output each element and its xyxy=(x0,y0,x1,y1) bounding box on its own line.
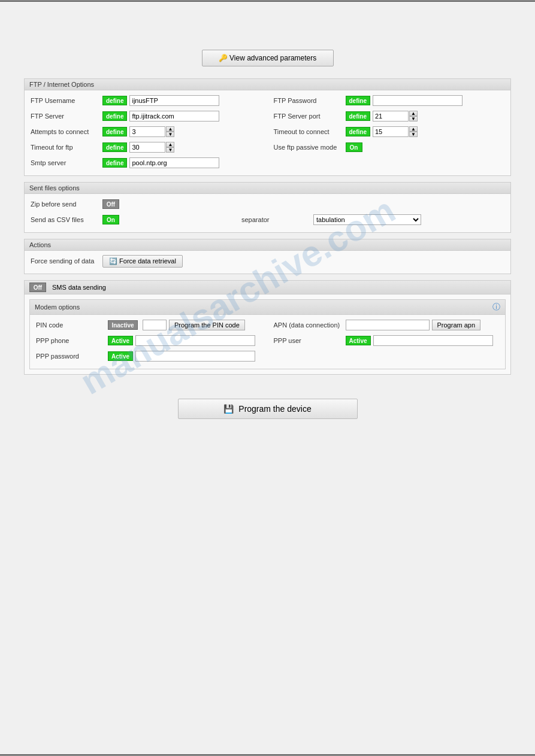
ftp-port-arrows: ▲ ▼ xyxy=(409,111,418,122)
page-content: 🔑 View advanced parameters FTP / Interne… xyxy=(0,2,535,455)
passive-mode-toggle[interactable]: On xyxy=(346,142,362,152)
csv-toggle[interactable]: On xyxy=(102,215,119,224)
timeout-ftp-input[interactable] xyxy=(129,142,165,153)
sent-files-body: Zip before send Off Send as CSV files On… xyxy=(25,194,510,232)
ftp-port-input[interactable] xyxy=(373,111,409,122)
ftp-port-down-arrow[interactable]: ▼ xyxy=(409,116,418,122)
timeout-connect-row: Timeout to connect define ▲ ▼ xyxy=(274,125,505,138)
program-device-label: Program the device xyxy=(238,404,311,414)
ftp-server-input[interactable] xyxy=(129,111,219,122)
ppp-password-row: PPP password Active xyxy=(36,350,262,363)
force-data-btn[interactable]: 🔄 Force data retrieval xyxy=(102,255,183,268)
ftp-password-row: FTP Password define xyxy=(274,94,505,107)
ppp-password-label: PPP password xyxy=(36,353,108,360)
ftp-password-input[interactable] xyxy=(373,95,463,106)
view-advanced-button[interactable]: 🔑 View advanced parameters xyxy=(202,50,334,66)
attempts-up-arrow[interactable]: ▲ xyxy=(166,126,174,132)
attempts-row: Attempts to connect define ▲ ▼ xyxy=(31,125,262,138)
apn-input[interactable] xyxy=(346,320,430,330)
smtp-define-btn[interactable]: define xyxy=(102,158,127,168)
pin-inactive-btn[interactable]: Inactive xyxy=(108,320,138,330)
attempts-define-btn[interactable]: define xyxy=(102,127,127,136)
program-apn-btn[interactable]: Program apn xyxy=(432,320,481,330)
timeout-ftp-down-arrow[interactable]: ▼ xyxy=(166,147,174,153)
ppp-password-input[interactable] xyxy=(135,351,255,362)
ppp-phone-active-btn[interactable]: Active xyxy=(108,336,133,345)
timeout-connect-spinner: ▲ ▼ xyxy=(373,126,418,137)
timeout-ftp-spinner: ▲ ▼ xyxy=(129,142,174,153)
ftp-username-row: FTP Username define xyxy=(31,94,262,107)
zip-toggle[interactable]: Off xyxy=(102,199,119,209)
sms-header-label: SMS data sending xyxy=(52,284,106,291)
ftp-col-left: FTP Username define FTP Server define At… xyxy=(31,94,262,172)
smtp-row: Smtp server define xyxy=(31,156,262,169)
ftp-section-header: FTP / Internet Options xyxy=(25,79,510,90)
ppp-password-active-btn[interactable]: Active xyxy=(108,351,133,361)
ftp-password-define-btn[interactable]: define xyxy=(346,96,370,105)
ppp-user-input[interactable] xyxy=(373,335,493,346)
modem-body: PIN code Inactive Program the PIN code P… xyxy=(30,315,505,369)
force-data-row: Force sending of data 🔄 Force data retri… xyxy=(31,254,504,268)
ftp-username-define-btn[interactable]: define xyxy=(102,96,127,105)
ftp-port-define-btn[interactable]: define xyxy=(346,111,370,121)
ftp-port-up-arrow[interactable]: ▲ xyxy=(409,111,418,116)
ftp-username-label: FTP Username xyxy=(31,97,102,104)
ftp-username-input[interactable] xyxy=(129,95,219,106)
view-advanced-label: View advanced parameters xyxy=(229,54,316,62)
timeout-connect-label: Timeout to connect xyxy=(274,128,346,135)
modem-col-left: PIN code Inactive Program the PIN code P… xyxy=(36,318,262,365)
ppp-user-label: PPP user xyxy=(274,337,346,344)
smtp-input[interactable] xyxy=(129,157,219,168)
sms-section: Off SMS data sending Modem options ⓘ PIN… xyxy=(24,280,511,375)
timeout-ftp-label: Timeout for ftp xyxy=(31,144,102,151)
sent-files-header: Sent files options xyxy=(25,183,510,194)
timeout-connect-arrows: ▲ ▼ xyxy=(409,126,418,137)
timeout-ftp-define-btn[interactable]: define xyxy=(102,142,127,152)
csv-label: Send as CSV files xyxy=(31,216,102,223)
pin-code-row: PIN code Inactive Program the PIN code xyxy=(36,318,262,332)
ppp-user-active-btn[interactable]: Active xyxy=(346,336,371,345)
attempts-down-arrow[interactable]: ▼ xyxy=(166,132,174,137)
ftp-server-define-btn[interactable]: define xyxy=(102,111,127,121)
modem-header: Modem options ⓘ xyxy=(30,300,505,315)
attempts-spinner: ▲ ▼ xyxy=(129,126,174,137)
passive-mode-row: Use ftp passive mode On xyxy=(274,141,505,154)
apn-label: APN (data connection) xyxy=(274,321,346,329)
actions-section: Actions Force sending of data 🔄 Force da… xyxy=(24,239,511,274)
ftp-password-label: FTP Password xyxy=(274,97,346,104)
force-data-btn-label: Force data retrieval xyxy=(119,257,176,265)
timeout-ftp-up-arrow[interactable]: ▲ xyxy=(166,142,174,147)
ppp-phone-input[interactable] xyxy=(135,335,255,346)
actions-body: Force sending of data 🔄 Force data retri… xyxy=(25,251,510,274)
timeout-connect-up-arrow[interactable]: ▲ xyxy=(409,126,418,132)
pin-code-controls: Inactive Program the PIN code xyxy=(108,320,245,330)
zip-row: Zip before send Off xyxy=(31,198,504,211)
timeout-connect-define-btn[interactable]: define xyxy=(346,127,370,136)
apn-row: APN (data connection) Program apn xyxy=(274,318,500,332)
attempts-input[interactable] xyxy=(129,126,165,137)
help-icon[interactable]: ⓘ xyxy=(492,302,500,312)
ftp-section-body: FTP Username define FTP Server define At… xyxy=(25,90,510,175)
timeout-connect-input[interactable] xyxy=(373,126,409,137)
attempts-arrows: ▲ ▼ xyxy=(166,126,174,137)
attempts-label: Attempts to connect xyxy=(31,128,102,135)
csv-row: Send as CSV files On separator tabulatio… xyxy=(31,213,504,226)
ftp-server-label: FTP Server xyxy=(31,113,102,120)
ftp-two-col: FTP Username define FTP Server define At… xyxy=(31,94,504,172)
timeout-connect-down-arrow[interactable]: ▼ xyxy=(409,132,418,137)
timeout-ftp-row: Timeout for ftp define ▲ ▼ xyxy=(31,141,262,154)
ppp-phone-row: PPP phone Active xyxy=(36,334,262,347)
key-icon: 🔑 xyxy=(219,54,228,62)
pin-input[interactable] xyxy=(143,320,167,330)
modem-two-col: PIN code Inactive Program the PIN code P… xyxy=(36,318,499,365)
sms-header: Off SMS data sending xyxy=(25,281,510,294)
smtp-label: Smtp server xyxy=(31,159,102,166)
sms-toggle[interactable]: Off xyxy=(29,283,46,292)
ftp-col-right: FTP Password define FTP Server port defi… xyxy=(274,94,505,172)
pin-code-label: PIN code xyxy=(36,321,108,329)
separator-select[interactable]: tabulation comma semicolon space xyxy=(313,214,421,225)
separator-label: separator xyxy=(241,216,313,223)
modem-subsection: Modem options ⓘ PIN code Inactive Progra… xyxy=(29,299,506,369)
program-device-btn[interactable]: 💾 Program the device xyxy=(178,399,358,419)
program-pin-btn[interactable]: Program the PIN code xyxy=(169,320,245,330)
